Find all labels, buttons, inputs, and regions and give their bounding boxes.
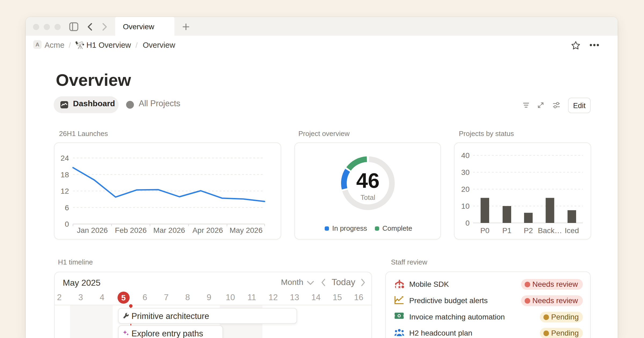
svg-text:0: 0 [465, 219, 470, 227]
svg-text:Iced: Iced [565, 226, 579, 235]
svg-text:0: 0 [65, 220, 69, 228]
svg-text:Feb 2026: Feb 2026 [115, 226, 147, 234]
svg-text:Complete: Complete [382, 224, 412, 232]
svg-text:Total: Total [361, 193, 375, 201]
svg-text:May 2026: May 2026 [230, 226, 263, 234]
svg-text:P2: P2 [524, 226, 533, 235]
svg-text:In progress: In progress [332, 224, 367, 232]
svg-text:Jan 2026: Jan 2026 [77, 226, 108, 234]
svg-text:40: 40 [461, 151, 470, 160]
svg-text:12: 12 [61, 187, 69, 195]
svg-text:24: 24 [61, 154, 69, 162]
svg-text:20: 20 [461, 185, 470, 193]
svg-text:P0: P0 [480, 226, 489, 235]
svg-text:46: 46 [356, 169, 380, 192]
svg-text:30: 30 [461, 168, 470, 177]
svg-text:6: 6 [65, 204, 69, 212]
svg-text:Mar 2026: Mar 2026 [153, 226, 185, 234]
svg-text:Back…: Back… [538, 226, 562, 235]
svg-text:10: 10 [461, 202, 470, 210]
svg-text:Apr 2026: Apr 2026 [192, 226, 223, 234]
svg-text:18: 18 [61, 171, 69, 179]
svg-text:P1: P1 [502, 226, 511, 235]
